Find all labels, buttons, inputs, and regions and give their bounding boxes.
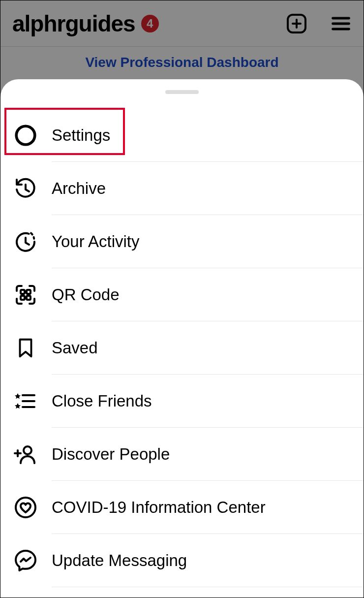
svg-point-14 [24,446,31,454]
heart-circle-icon [11,496,40,519]
divider [52,587,364,587]
svg-rect-8 [27,290,30,294]
menu-label: Close Friends [52,392,152,410]
svg-rect-9 [21,296,25,300]
archive-icon [11,177,40,200]
menu-item-covid-info[interactable]: COVID-19 Information Center [0,481,364,534]
username-label: alphrguides [12,10,135,37]
menu-label: Your Activity [52,232,140,251]
menu-list: Settings Archive Your [0,109,364,587]
menu-label: Settings [52,126,110,145]
menu-label: COVID-19 Information Center [52,498,266,517]
menu-label: QR Code [52,285,120,304]
sheet-grabber[interactable] [165,90,199,94]
discover-people-icon [11,442,40,466]
action-sheet: Settings Archive Your [0,79,364,598]
settings-icon [11,124,40,147]
qr-code-icon [11,283,40,307]
close-friends-icon [11,389,40,413]
dashboard-bar: View Professional Dashboard [0,47,364,78]
menu-item-your-activity[interactable]: Your Activity [0,215,364,268]
username-group[interactable]: alphrguides 4 [12,10,159,37]
menu-label: Saved [52,339,98,357]
create-post-button[interactable] [285,12,308,35]
activity-icon [11,230,40,253]
menu-item-qr-code[interactable]: QR Code [0,268,364,321]
bookmark-icon [11,337,40,359]
menu-label: Discover People [52,445,170,464]
menu-button[interactable] [330,13,352,34]
svg-rect-7 [21,290,25,294]
menu-item-archive[interactable]: Archive [0,162,364,215]
dashboard-link[interactable]: View Professional Dashboard [85,55,278,70]
menu-label: Archive [52,179,106,198]
notification-badge: 4 [141,15,159,32]
profile-header: alphrguides 4 [0,0,364,47]
menu-item-update-messaging[interactable]: Update Messaging [0,534,364,587]
menu-item-close-friends[interactable]: Close Friends [0,375,364,428]
svg-rect-10 [27,296,30,300]
svg-point-17 [16,498,35,517]
menu-label: Update Messaging [52,551,187,570]
menu-item-discover-people[interactable]: Discover People [0,428,364,481]
menu-item-settings[interactable]: Settings [0,109,364,162]
hamburger-icon [330,13,352,34]
menu-item-saved[interactable]: Saved [0,321,364,375]
messenger-icon [11,549,40,572]
plus-square-icon [285,12,308,35]
